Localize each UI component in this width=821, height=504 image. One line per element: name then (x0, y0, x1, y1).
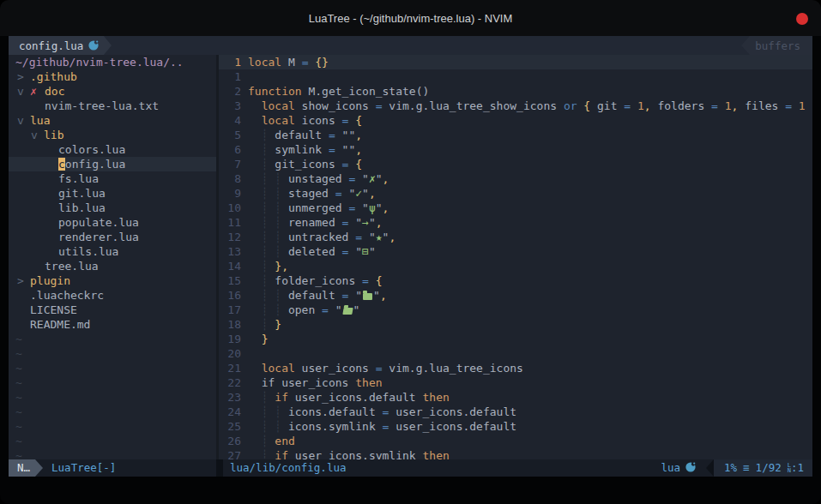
code-line-7[interactable]: 6 ┊ symlink = "", (219, 142, 812, 157)
line-number: 11 (219, 215, 241, 230)
tree-item-label: tree.lua (45, 259, 99, 273)
tree-item-colors-lua[interactable]: colors.lua (9, 142, 216, 157)
buffers-tab[interactable]: buffers (750, 36, 812, 55)
tree-item-config-lua[interactable]: config.lua (9, 157, 216, 171)
tree-item-utils-lua[interactable]: utils.lua (9, 244, 216, 259)
code-line-1[interactable]: 1local M = {} (219, 55, 812, 69)
indent-guide: ┊ (275, 420, 281, 433)
code-line-27[interactable]: 26 ┊ end (219, 434, 812, 448)
line-number: 6 (219, 142, 241, 157)
folder-open-icon (342, 308, 353, 315)
tree-root[interactable]: ~/github/nvim-tree.lua/.. (9, 55, 216, 69)
close-button[interactable] (796, 13, 808, 25)
code-line-17[interactable]: 16 ┊ ┊ default = "", (219, 288, 812, 303)
code-line-26[interactable]: 25 ┊ ┊ icons.symlink = user_icons.defaul… (219, 419, 812, 434)
code-line-23[interactable]: 22 if user_icons then (219, 375, 812, 390)
chevron-down-icon[interactable]: v (31, 128, 44, 142)
code-line-9[interactable]: 8 ┊ ┊ unstaged = "✗", (219, 171, 812, 186)
line-number: 13 (219, 244, 241, 259)
empty-line: ~ (9, 405, 216, 419)
tree-item-lib-lua[interactable]: lib.lua (9, 201, 216, 215)
folder-icon (363, 293, 372, 300)
code-editor: 1local M = {}12function M.get_icon_state… (219, 55, 812, 459)
tree-item-plugin[interactable]: >plugin (9, 273, 216, 288)
tree-item-git-lua[interactable]: git.lua (9, 186, 216, 201)
tree-item-populate-lua[interactable]: populate.lua (9, 215, 216, 230)
code-line-4[interactable]: 3 local show_icons = vim.g.lua_tree_show… (219, 99, 812, 113)
tree-item-license[interactable]: LICENSE (9, 303, 216, 317)
code-line-text: ┊ ┊ renamed = "→", (248, 215, 812, 230)
lua-moon-icon (88, 39, 99, 54)
code-line-text: ┊ ┊ unmerged = "ψ", (248, 201, 812, 215)
empty-line: ~ (9, 346, 216, 361)
tree-item-tree-lua[interactable]: tree.lua (9, 259, 216, 273)
tab-config-lua[interactable]: config.lua (9, 36, 104, 55)
indent-guide: ┊ (275, 172, 281, 185)
indent-guide: ┊ (275, 231, 281, 243)
code-line-5[interactable]: 4 local icons = { (219, 113, 812, 128)
tree-item-label: lib.lua (58, 201, 106, 215)
tree-item--luacheckrc[interactable]: .luacheckrc (9, 288, 216, 303)
tree-item-label: colors.lua (58, 142, 125, 157)
statusline-gap (216, 459, 223, 477)
code-line-24[interactable]: 23 ┊ if user_icons.default then (219, 390, 812, 405)
code-line-text: local M = {} (248, 55, 812, 69)
tree-item-doc[interactable]: v✗doc (9, 84, 216, 99)
tree-item-readme-md[interactable]: README.md (9, 317, 216, 332)
chevron-right-icon[interactable]: > (17, 69, 30, 84)
code-line-21[interactable]: 20 (219, 346, 812, 361)
code-line-13[interactable]: 12 ┊ ┊ untracked = "★", (219, 230, 812, 244)
lua-icon (685, 460, 696, 477)
code-line-3[interactable]: 2function M.get_icon_state() (219, 84, 812, 99)
tree-item-label: lib (44, 128, 63, 142)
code-line-25[interactable]: 24 ┊ ┊ icons.default = user_icons.defaul… (219, 405, 812, 419)
line-number: 15 (219, 273, 241, 288)
empty-line-tilde: ~ (9, 448, 22, 459)
code-line-22[interactable]: 21 local user_icons = vim.g.lua_tree_ico… (219, 361, 812, 375)
code-line-18[interactable]: 17 ┊ ┊ open = "" (219, 303, 812, 317)
tree-item-label: LICENSE (30, 303, 77, 317)
code-line-text: ┊ ┊ untracked = "★", (248, 230, 812, 244)
code-line-15[interactable]: 14 ┊ }, (219, 259, 812, 273)
code-line-19[interactable]: 18 ┊ } (219, 317, 812, 332)
code-line-8[interactable]: 7 ┊ git_icons = { (219, 157, 812, 171)
line-number: 19 (219, 332, 241, 346)
cursor-block: c (58, 158, 65, 171)
code-line-12[interactable]: 11 ┊ ┊ renamed = "→", (219, 215, 812, 230)
code-line-6[interactable]: 5 ┊ default = "", (219, 128, 812, 142)
indent-guide: ┊ (275, 245, 281, 258)
code-line-28[interactable]: 27 ┊ if user_icons.symlink then (219, 448, 812, 459)
code-line-16[interactable]: 15 ┊ folder_icons = { (219, 273, 812, 288)
empty-line: ~ (9, 361, 216, 375)
chevron-down-icon[interactable]: v (17, 84, 30, 99)
code-line-20[interactable]: 19 } (219, 332, 812, 346)
empty-line-tilde: ~ (9, 390, 22, 405)
chevron-down-icon[interactable]: v (17, 113, 30, 128)
empty-line-tilde: ~ (9, 332, 22, 346)
statusline-path: lua/lib/config.lua (230, 459, 346, 477)
code-line-text (248, 346, 812, 361)
empty-line-tilde: ~ (9, 361, 22, 375)
empty-line-tilde: ~ (9, 405, 22, 419)
code-line-10[interactable]: 9 ┊ ┊ staged = "✓", (219, 186, 812, 201)
tree-item--github[interactable]: >.github (9, 69, 216, 84)
code-line-text: ┊ ┊ open = "" (248, 303, 812, 317)
code-line-text: ┊ }, (248, 259, 812, 273)
code-line-11[interactable]: 10 ┊ ┊ unmerged = "ψ", (219, 201, 812, 215)
tree-item-fs-lua[interactable]: fs.lua (9, 171, 216, 186)
code-line-text: function M.get_icon_state() (248, 84, 812, 99)
chevron-right-icon[interactable]: > (17, 273, 30, 288)
code-line-14[interactable]: 13 ┊ ┊ deleted = "⊟" (219, 244, 812, 259)
line-number: 20 (219, 346, 241, 361)
empty-line: ~ (9, 419, 216, 434)
tree-item-lua[interactable]: vlua (9, 113, 216, 128)
indent-guide: ┊ (275, 201, 281, 214)
line-number: 25 (219, 419, 241, 434)
tree-item-label: lua (30, 113, 50, 128)
tree-item-renderer-lua[interactable]: renderer.lua (9, 230, 216, 244)
code-line-text: local show_icons = vim.g.lua_tree_show_i… (248, 99, 812, 113)
code-line-2[interactable]: 1 (219, 69, 812, 84)
tree-item-nvim-tree-lua-txt[interactable]: nvim-tree-lua.txt (9, 99, 216, 113)
tree-item-lib[interactable]: vlib (9, 128, 216, 142)
statusline-code: lua/lib/config.lua lua 1% ≡ 1/92 LN (223, 459, 812, 477)
